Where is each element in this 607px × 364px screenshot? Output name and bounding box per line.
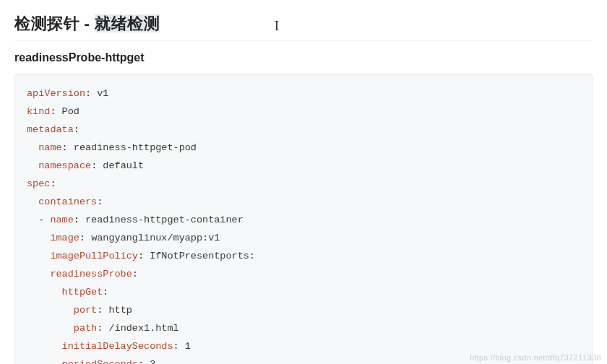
code-line: path: /index1.html xyxy=(27,320,580,338)
code-line: namespace: default xyxy=(27,157,580,176)
yaml-key: kind xyxy=(27,106,50,117)
heading-prefix: 检测探针 - xyxy=(14,14,95,32)
code-line: imagePullPolicy: IfNotPresentports: xyxy=(27,248,580,266)
yaml-value: readiness-httpget-pod xyxy=(68,142,197,153)
yaml-key: path xyxy=(74,323,97,334)
code-line: - name: readiness-httpget-container xyxy=(27,212,580,230)
yaml-key: httpGet xyxy=(62,287,103,298)
code-line: readinessProbe: xyxy=(27,266,580,284)
yaml-value: http xyxy=(103,305,132,316)
code-line: containers: xyxy=(27,194,580,212)
yaml-value: readiness-httpget-container xyxy=(79,214,244,225)
yaml-value: default xyxy=(97,160,144,171)
yaml-key: metadata xyxy=(27,124,74,135)
yaml-key: apiVersion xyxy=(27,88,85,99)
yaml-value: 3 xyxy=(144,359,155,364)
yaml-value: wangyanglinux/myapp:v1 xyxy=(85,233,220,243)
yaml-key: port xyxy=(74,305,97,316)
yaml-key: initialDelaySeconds xyxy=(62,341,173,352)
yaml-value: Pod xyxy=(56,106,79,117)
yaml-key: spec xyxy=(27,178,50,189)
yaml-code-block: apiVersion: v1 kind: Pod metadata: name:… xyxy=(14,74,593,364)
yaml-key: imagePullPolicy xyxy=(50,251,138,261)
yaml-key: periodSeconds xyxy=(62,359,138,364)
yaml-value: 1 xyxy=(179,341,191,352)
yaml-key: readinessProbe xyxy=(50,269,132,280)
yaml-key: name xyxy=(38,142,61,153)
watermark-text: https://blog.csdn.net/dfq737211338 xyxy=(470,353,601,362)
page-title: 检测探针 - 就绪检测 xyxy=(14,13,593,35)
yaml-value: v1 xyxy=(91,88,108,99)
yaml-key: image xyxy=(50,233,79,243)
code-line: apiVersion: v1 xyxy=(27,85,580,103)
yaml-value: /index1.html xyxy=(103,323,178,334)
code-line: image: wangyanglinux/myapp:v1 xyxy=(27,230,580,248)
divider xyxy=(14,40,593,41)
code-line: spec: xyxy=(27,176,580,194)
code-line: port: http xyxy=(27,302,580,320)
section-title: readinessProbe-httpget xyxy=(14,51,593,64)
yaml-key: name xyxy=(50,214,73,225)
code-line: httpGet: xyxy=(27,284,580,302)
code-line: metadata: xyxy=(27,121,580,139)
code-line: kind: Pod xyxy=(27,103,580,121)
code-line: name: readiness-httpget-pod xyxy=(27,139,580,157)
yaml-key: namespace xyxy=(38,160,91,171)
yaml-key: containers xyxy=(38,196,97,207)
yaml-value: IfNotPresentports: xyxy=(144,251,255,261)
heading-highlight: 就绪检测 xyxy=(95,14,160,32)
text-cursor-icon: I xyxy=(275,19,279,34)
